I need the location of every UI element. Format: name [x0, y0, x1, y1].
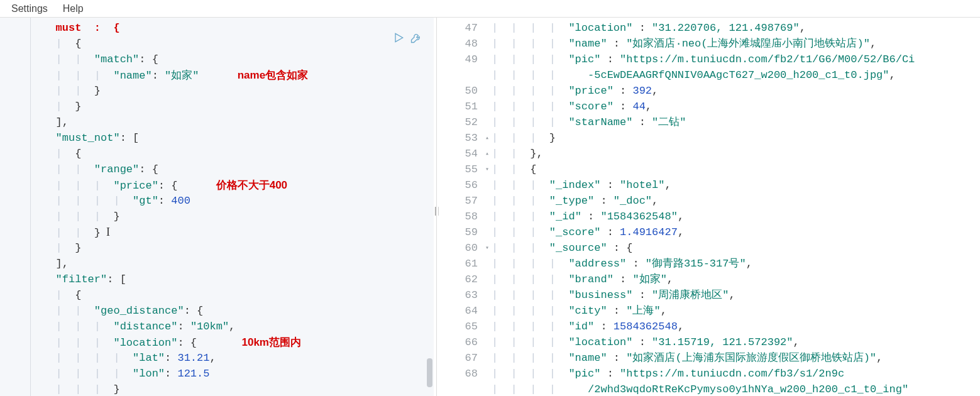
fold-icon[interactable]: ▴: [485, 146, 489, 162]
response-code[interactable]: 47| | | | "location" : "31.220706, 121.4…: [439, 18, 980, 396]
editor-response-pane[interactable]: 47| | | | "location" : "31.220706, 121.4…: [439, 18, 980, 396]
menu-help[interactable]: Help: [63, 3, 84, 14]
annotation-price: 价格不大于400: [216, 179, 287, 191]
request-code[interactable]: must : { | { | | "match": { | | | "name"…: [0, 18, 434, 396]
must-keyword: must : {: [56, 22, 120, 34]
fold-icon[interactable]: ▾: [485, 240, 489, 256]
annotation-name-contains: name包含如家: [238, 69, 308, 81]
annotation-10km: 10km范围内: [242, 336, 301, 348]
editor-request-pane[interactable]: must : { | { | | "match": { | | | "name"…: [0, 18, 434, 396]
line-number: 47: [441, 20, 492, 36]
fold-icon[interactable]: ▴: [485, 130, 489, 146]
pane-divider[interactable]: ||: [434, 18, 439, 396]
menu-settings[interactable]: Settings: [11, 3, 48, 14]
fold-icon[interactable]: ▾: [485, 162, 489, 177]
scrollbar-thumb[interactable]: [427, 358, 432, 387]
menubar: Settings Help: [0, 0, 980, 18]
